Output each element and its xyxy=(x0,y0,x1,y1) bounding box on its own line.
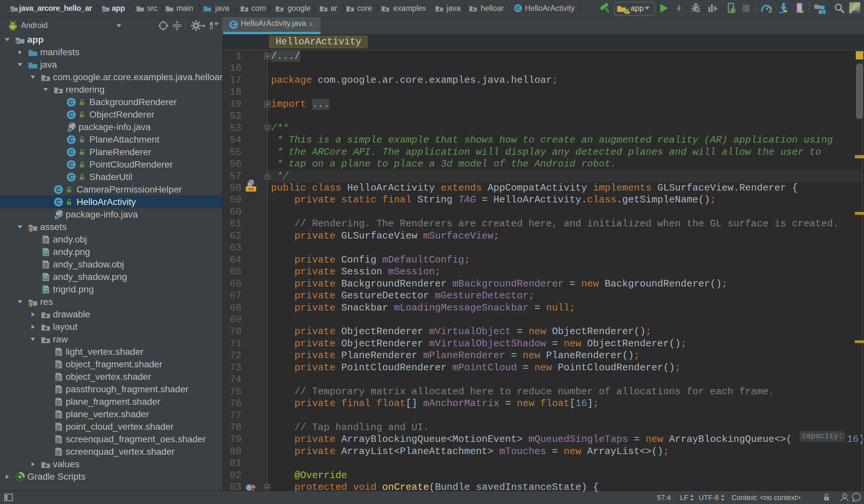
svg-text:<>: <> xyxy=(248,187,254,192)
svg-text:C: C xyxy=(69,136,74,143)
svg-text:C: C xyxy=(69,173,74,181)
svg-text:C: C xyxy=(231,21,236,28)
svg-text:C: C xyxy=(56,186,61,193)
svg-text:C: C xyxy=(516,5,520,12)
svg-text:C: C xyxy=(69,111,74,118)
svg-text:C: C xyxy=(69,161,74,168)
svg-text:J: J xyxy=(56,216,58,219)
svg-text:C: C xyxy=(69,148,74,156)
svg-text:J: J xyxy=(69,129,71,132)
svg-text:C: C xyxy=(69,98,74,106)
svg-text:C: C xyxy=(56,199,61,206)
